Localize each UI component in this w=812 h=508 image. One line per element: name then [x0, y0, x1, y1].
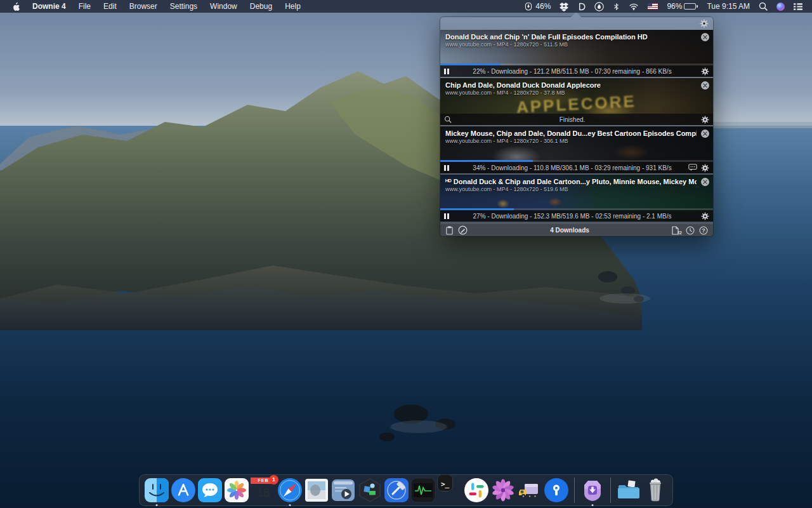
us-flag-icon — [648, 3, 658, 10]
dock-instruments-icon[interactable] — [410, 478, 436, 503]
menu-window[interactable]: Window — [204, 2, 244, 11]
window-header — [440, 17, 713, 30]
dock-1password-icon[interactable] — [544, 478, 569, 503]
dock-slack-icon[interactable] — [464, 478, 489, 503]
dock-downie-icon[interactable] — [580, 478, 605, 503]
menubar-wifi-item[interactable] — [624, 2, 643, 11]
download-item[interactable]: Mickey Mouse, Chip and Dale, Donald Du..… — [440, 126, 713, 173]
dock-quicktime-icon[interactable] — [331, 478, 356, 503]
download-meta: www.youtube.com - MP4 - 1280x720 - 37.8 … — [445, 90, 697, 96]
dock-flower-app-icon[interactable] — [490, 478, 516, 503]
menu-help[interactable]: Help — [278, 2, 307, 11]
menu-debug[interactable]: Debug — [244, 2, 278, 11]
menubar-bluetooth-item[interactable] — [608, 2, 624, 11]
menu-settings[interactable]: Settings — [164, 2, 204, 11]
menubar-battery-item[interactable]: 96% — [662, 2, 702, 11]
dock-app-store-icon[interactable] — [171, 478, 196, 503]
menubar-dropbox-item[interactable] — [555, 2, 573, 11]
download-status-text: 27% - Downloading - 152.3 MB/519.6 MB - … — [461, 213, 684, 220]
item-settings-gear-icon[interactable] — [701, 164, 709, 172]
download-status-bar: 27% - Downloading - 152.3 MB/519.6 MB - … — [440, 210, 713, 222]
dock: FEB 18 1 — [139, 474, 673, 506]
download-item[interactable]: Donald Duck and Chip 'n' Dale Full Episo… — [440, 30, 713, 77]
apple-menu[interactable] — [5, 2, 26, 11]
paste-link-clipboard-icon[interactable] — [445, 225, 454, 235]
app-menu-title[interactable]: Downie 4 — [26, 2, 72, 11]
dock-calendar-icon[interactable]: FEB 18 1 — [251, 478, 276, 503]
downie-shield-icon — [524, 2, 533, 11]
dock-downloads-folder-icon[interactable] — [616, 478, 641, 503]
menubar-spotlight-item[interactable] — [754, 2, 772, 11]
dock-messages-icon[interactable] — [197, 478, 223, 503]
download-title: ᴴᴰ Donald Duck & Chip and Dale Cartoon..… — [445, 178, 697, 185]
pause-button[interactable] — [444, 213, 449, 219]
postprocessing-button[interactable]: f2 — [672, 226, 681, 235]
download-title: Chip And Dale, Donald Duck Donald Applec… — [445, 81, 697, 89]
window-settings-gear-icon[interactable] — [700, 19, 709, 28]
download-item[interactable]: ᴴᴰ Donald Duck & Chip and Dale Cartoon..… — [440, 175, 713, 222]
apple-icon — [11, 2, 20, 11]
preview-search-icon[interactable] — [444, 116, 452, 123]
menubar-input-source-item[interactable] — [643, 3, 662, 10]
dock-hexagon-shapes-app-icon[interactable] — [357, 478, 383, 503]
d-app-icon — [577, 2, 586, 11]
menu-bar: Downie 4 File Edit Browser Settings Wind… — [0, 0, 812, 13]
dock-photos-icon[interactable] — [224, 478, 249, 503]
download-item[interactable]: APPLECORE Chip And Dale, Donald Duck Don… — [440, 78, 713, 125]
download-title: Donald Duck and Chip 'n' Dale Full Episo… — [445, 33, 697, 41]
subtitles-bubble-icon[interactable] — [688, 164, 697, 171]
bluetooth-icon — [613, 2, 620, 11]
dock-separator — [610, 478, 611, 503]
close-icon — [703, 83, 707, 88]
dock-safari-icon[interactable] — [277, 478, 303, 503]
close-button[interactable] — [701, 178, 709, 186]
download-status-bar: Finished. — [440, 114, 713, 125]
running-indicator — [289, 504, 291, 506]
close-icon — [703, 35, 707, 39]
running-indicator — [592, 504, 594, 506]
download-status-bar: 34% - Downloading - 110.8 MB/306.1 MB - … — [440, 162, 713, 173]
menubar-notification-center-item[interactable] — [789, 2, 807, 11]
menubar-downie-item[interactable]: 46% — [520, 2, 555, 11]
close-button[interactable] — [701, 81, 709, 90]
clock-text: Tue 9:15 AM — [707, 2, 750, 11]
dock-terminal-icon[interactable]: >_ — [437, 478, 462, 503]
dock-xcode-icon[interactable] — [384, 478, 409, 503]
wifi-icon — [629, 2, 639, 11]
close-button[interactable] — [701, 33, 709, 41]
menubar-clock[interactable]: Tue 9:15 AM — [702, 2, 754, 11]
item-settings-gear-icon[interactable] — [701, 116, 709, 124]
running-indicator — [156, 504, 158, 506]
pause-button[interactable] — [444, 69, 449, 74]
download-status-text: Finished. — [461, 116, 684, 123]
downie-progress-text: 46% — [535, 2, 551, 11]
menu-browser[interactable]: Browser — [123, 2, 164, 11]
downloads-count-label: 4 Downloads — [472, 227, 667, 234]
enter-link-pen-icon[interactable] — [458, 225, 468, 235]
battery-percent-text: 96% — [667, 2, 682, 11]
item-settings-gear-icon[interactable] — [701, 212, 709, 220]
download-meta: www.youtube.com - MP4 - 1280x720 - 306.1… — [445, 138, 697, 144]
menubar-d-app-item[interactable] — [573, 2, 590, 11]
dock-transmit-truck-icon[interactable] — [517, 478, 542, 503]
pause-button[interactable] — [444, 165, 449, 171]
siri-icon — [776, 3, 785, 11]
dock-trash-icon[interactable] — [643, 478, 668, 503]
battery-icon — [684, 3, 696, 10]
download-title: Mickey Mouse, Chip and Dale, Donald Du..… — [445, 130, 697, 137]
download-status-bar: 22% - Downloading - 121.2 MB/511.5 MB - … — [440, 65, 713, 77]
dock-finder-icon[interactable] — [144, 478, 169, 503]
menu-edit[interactable]: Edit — [97, 2, 123, 11]
calendar-day-text: 18 — [251, 484, 276, 502]
menu-file[interactable]: File — [72, 2, 97, 11]
menubar-drop-app-item[interactable] — [590, 2, 608, 11]
download-status-text: 34% - Downloading - 110.8 MB/306.1 MB - … — [461, 164, 684, 171]
water-drop-icon — [594, 2, 604, 11]
dock-mail-icon[interactable] — [304, 478, 329, 503]
menubar-siri-item[interactable] — [772, 3, 789, 11]
close-button[interactable] — [701, 130, 709, 138]
help-button[interactable]: ? — [699, 226, 708, 235]
item-settings-gear-icon[interactable] — [701, 67, 709, 76]
history-clock-icon[interactable] — [686, 226, 695, 235]
close-icon — [703, 180, 707, 184]
